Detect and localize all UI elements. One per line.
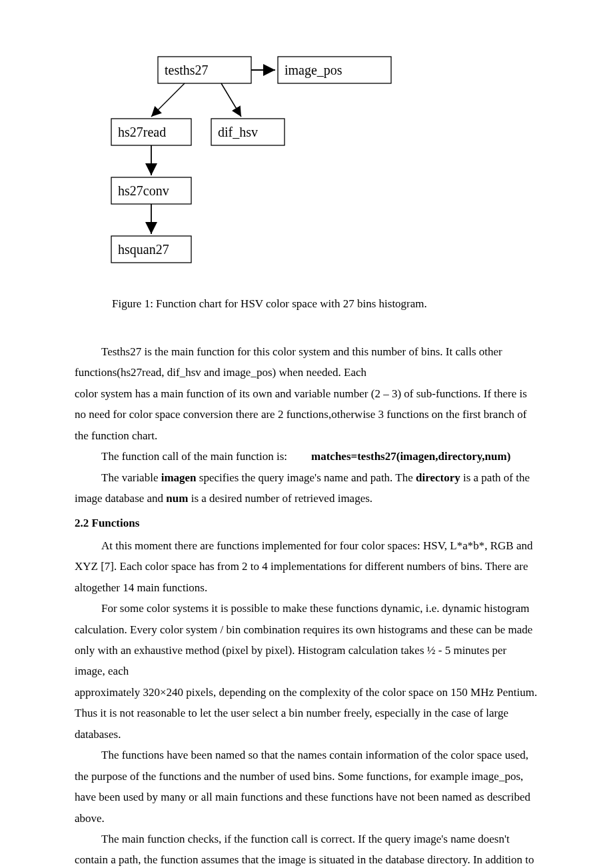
figure-caption: Figure 1: Function chart for HSV color s…	[112, 293, 538, 314]
var-directory: directory	[416, 471, 460, 484]
svg-line-3	[151, 83, 185, 117]
node-image-pos: image_pos	[285, 63, 342, 78]
svg-line-4	[221, 83, 241, 117]
node-hsquan27: hsquan27	[118, 242, 169, 257]
paragraph-dynamic-b: approximately 320×240 pixels, depending …	[75, 682, 538, 745]
paragraph-main-desc-a: Tesths27 is the main function for this c…	[75, 341, 538, 383]
node-hs27conv: hs27conv	[118, 183, 169, 198]
paragraph-checks: The main function checks, if the functio…	[75, 829, 538, 868]
function-call-label: The function call of the main function i…	[75, 446, 287, 467]
paragraph-dynamic-a: For some color systems it is possible to…	[75, 598, 538, 682]
var-num: num	[166, 492, 188, 505]
paragraph-main-desc-b: color system has a main function of its …	[75, 383, 538, 446]
paragraph-variables: The variable imagen specifies the query …	[75, 467, 538, 509]
text-run: is a desired number of retrieved images.	[188, 492, 372, 505]
text-run: The variable	[101, 471, 161, 484]
node-tesths27: tesths27	[165, 63, 209, 77]
text-run: specifies the query image's name and pat…	[197, 471, 416, 484]
paragraph-naming: The functions have been named so that th…	[75, 745, 538, 829]
var-imagen: imagen	[161, 471, 197, 484]
node-dif-hsv: dif_hsv	[218, 125, 258, 139]
node-hs27read: hs27read	[118, 125, 166, 139]
function-call-code: matches=tesths27(imagen,directory,num)	[311, 446, 510, 467]
function-chart-diagram: tesths27 image_pos hs27read dif_hsv hs27…	[98, 53, 538, 273]
section-heading-2-2: 2.2 Functions	[75, 513, 538, 533]
paragraph-color-spaces: At this moment there are functions imple…	[75, 535, 538, 598]
